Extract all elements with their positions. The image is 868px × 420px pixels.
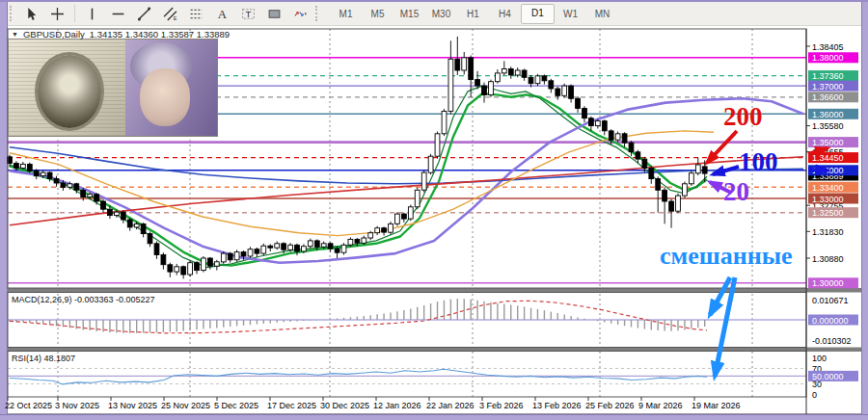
candle <box>341 245 346 252</box>
time-axis[interactable] <box>8 397 806 414</box>
candle <box>288 245 293 249</box>
candle <box>502 69 506 73</box>
candle <box>61 183 66 187</box>
candle <box>228 253 232 260</box>
candle <box>562 86 567 95</box>
candle <box>496 73 501 82</box>
candle <box>34 171 39 175</box>
annotation-ma100: 100 <box>739 149 778 175</box>
candle <box>234 252 239 260</box>
candle <box>214 262 219 266</box>
candle <box>275 244 280 248</box>
candle <box>268 246 273 248</box>
candle <box>127 220 132 227</box>
chart-title: ▼ GBPUSD,Daily 1.34135 1.34360 1.33587 1… <box>12 29 230 39</box>
candle <box>402 214 407 219</box>
candle <box>14 164 19 169</box>
candle <box>54 179 59 183</box>
candle <box>663 190 667 201</box>
candle <box>442 111 447 133</box>
candle <box>328 244 333 249</box>
candle <box>669 201 674 211</box>
candle <box>556 89 560 95</box>
candle <box>175 267 179 272</box>
candle <box>482 86 487 94</box>
candle <box>382 228 387 232</box>
candle <box>455 59 460 70</box>
candle <box>161 255 166 265</box>
candle <box>134 223 139 227</box>
candle <box>508 69 513 75</box>
candle <box>489 82 494 95</box>
price-axis[interactable] <box>806 29 861 414</box>
candle <box>181 267 186 275</box>
candle <box>656 179 661 191</box>
candle <box>462 58 467 70</box>
candle <box>683 184 688 196</box>
candle <box>308 241 312 247</box>
candle <box>636 152 640 159</box>
candle <box>529 77 533 83</box>
candle <box>589 118 594 126</box>
candle <box>602 121 607 131</box>
annotation-mixed: смешанные <box>660 244 793 269</box>
chart-symbol: GBPUSD,Daily <box>23 29 85 39</box>
candle <box>74 184 79 190</box>
candle <box>448 59 453 111</box>
candle <box>195 263 200 271</box>
candle <box>241 252 246 256</box>
candle <box>314 241 319 247</box>
candle <box>435 134 440 156</box>
candle <box>649 169 654 179</box>
candle <box>81 190 86 197</box>
candle <box>415 190 420 207</box>
candle <box>355 239 360 243</box>
window-frame-right <box>861 0 868 420</box>
candle <box>609 131 613 140</box>
candle <box>255 249 259 253</box>
candle <box>702 167 707 173</box>
candle <box>221 253 226 262</box>
candle <box>421 172 426 190</box>
candle <box>95 195 99 201</box>
candle <box>282 244 286 249</box>
candle <box>348 239 353 245</box>
candle <box>295 245 300 251</box>
candle <box>695 165 700 173</box>
candle <box>302 247 307 251</box>
chart-ohlc-values: 1.34135 1.34360 1.33587 1.33889 <box>90 29 230 39</box>
rsi-indicator-label: RSI(14) 48.1807 <box>12 354 75 363</box>
annotation-ma20: 20 <box>723 179 749 205</box>
candle <box>261 246 266 253</box>
queen-face <box>140 68 190 126</box>
candle <box>154 244 159 255</box>
candle <box>202 258 206 271</box>
candle <box>583 109 587 118</box>
candle <box>615 134 620 140</box>
candle <box>622 134 627 143</box>
candle <box>522 70 527 77</box>
candle <box>515 70 520 75</box>
candle <box>88 195 93 197</box>
candle <box>321 244 326 247</box>
candle <box>208 258 213 266</box>
candle <box>395 214 400 223</box>
washington-portrait <box>38 55 101 128</box>
candle <box>542 76 547 81</box>
candle <box>375 228 380 233</box>
candle <box>475 80 480 86</box>
candle <box>41 172 45 176</box>
candle <box>27 164 32 171</box>
window-frame-top <box>0 0 868 2</box>
candle <box>629 143 634 152</box>
macd-indicator-label: MACD(12,26,9) -0.003363 -0.005227 <box>12 295 155 304</box>
candle <box>595 121 600 126</box>
candle <box>47 172 52 178</box>
chart-title-dropdown-icon[interactable]: ▼ <box>12 31 18 38</box>
candle <box>535 76 540 84</box>
candle <box>141 223 146 233</box>
candle <box>335 249 339 252</box>
candle <box>469 58 474 80</box>
candle <box>188 263 193 275</box>
candle <box>389 223 393 232</box>
